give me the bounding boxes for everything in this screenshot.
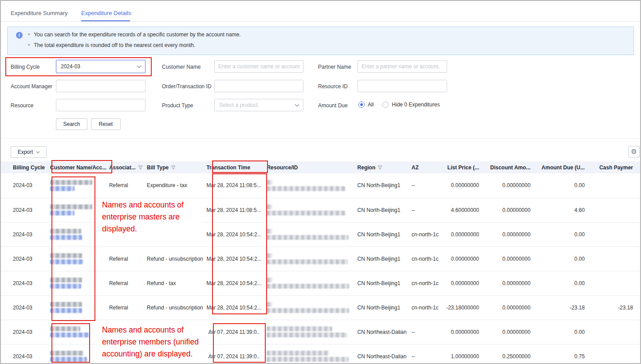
section-divider (1, 138, 640, 139)
customer-name-cell (48, 247, 107, 271)
masked-customer-account-link[interactable] (50, 308, 82, 313)
masked-resource-name (267, 204, 272, 209)
radio-all-label: All (368, 102, 374, 108)
gear-icon: ⚙ (631, 148, 637, 156)
partner-name-input[interactable] (358, 60, 447, 73)
discount-amount-cell: 0.00000000 (488, 173, 539, 198)
masked-customer-account-link[interactable] (50, 357, 87, 362)
amount-due-cell: 0.00 (539, 271, 594, 295)
column-header-label: Bill Type (147, 164, 169, 171)
masked-resource-name (267, 253, 272, 258)
region-cell: CN North-Beijing1 (355, 247, 409, 271)
bill-type-cell: Refund - tax (145, 271, 204, 295)
filter-icon[interactable] (378, 165, 382, 170)
table-row: 2024-03Expenditure - purchaseMar 28, 202… (1, 198, 641, 222)
masked-resource-id (267, 211, 346, 215)
discount-amount-cell: 0.00000000 (488, 222, 539, 247)
radio-all[interactable] (358, 102, 365, 108)
az-cell: -- (409, 173, 444, 198)
amount-due-label: Amount Due (318, 102, 348, 109)
column-header: Billing Cycle (1, 161, 48, 173)
transaction-time-cell: Mar 28, 2024 10:54:2... (204, 271, 265, 295)
customer-name-cell (48, 271, 107, 295)
resource-id-cell (264, 295, 355, 320)
column-settings-button[interactable]: ⚙ (628, 146, 640, 157)
export-button[interactable]: Export (11, 146, 47, 158)
region-cell: CN North-Beijing1 (355, 295, 409, 320)
az-cell: cn-north-1c (409, 247, 444, 271)
table-row: 2024-03Mar 28, 2024 10:54:2...CN North-B… (1, 222, 641, 247)
billing-cycle-cell: 2024-03 (1, 295, 48, 320)
list-price-cell: 0.00000000 (444, 173, 488, 198)
masked-customer-name (50, 326, 80, 331)
resource-id-input[interactable] (358, 80, 447, 92)
billing-cycle-cell: 2024-03 (1, 222, 48, 247)
masked-customer-account-link[interactable] (50, 284, 81, 289)
amount-due-cell: 0.00 (539, 320, 594, 344)
masked-customer-account-link[interactable] (50, 235, 82, 240)
masked-customer-account-link[interactable] (50, 186, 75, 191)
banner-line: •The total expenditure is rounded off to… (28, 40, 195, 51)
filter-icon[interactable] (171, 165, 176, 170)
table-row: 2024-03ReferralRefund - taxMar 28, 2024 … (1, 271, 641, 295)
table-row: 2024-03ReferralRefund - unsubscriptionMa… (1, 247, 641, 271)
billing-cycle-cell: 2024-03 (1, 320, 48, 344)
cash-payment-cell (594, 271, 641, 295)
bill-type-cell: Refund - unsubscription (145, 295, 204, 320)
az-cell: -- (409, 344, 444, 364)
resource-id-cell (264, 247, 355, 271)
column-header-label: Amount Due (U... (542, 164, 585, 171)
expenditure-table: Billing CycleCustomer Name/Acc...Associa… (1, 161, 641, 364)
radio-hide-zero[interactable] (382, 102, 389, 108)
amount-due-cell: 0.75 (539, 344, 594, 364)
customer-name-input[interactable] (214, 60, 303, 73)
filter-icon[interactable] (138, 165, 143, 170)
product-type-select[interactable]: Select a product. (214, 99, 303, 111)
account-manager-input[interactable] (56, 80, 146, 92)
resource-id-cell (264, 222, 355, 247)
tab-expenditure-summary[interactable]: Expenditure Summary (11, 10, 68, 16)
bill-type-cell: Refund - unsubscription (145, 247, 204, 271)
region-cell: CN Northeast-Dalian (355, 320, 409, 344)
resource-id-cell (264, 320, 355, 344)
search-button[interactable]: Search (56, 118, 87, 130)
chevron-down-icon (295, 102, 299, 106)
column-header-label: Customer Name/Acc... (50, 164, 106, 171)
resource-id-label: Resource ID (318, 83, 348, 90)
reset-button[interactable]: Reset (91, 118, 121, 130)
transaction-time-cell: Mar 28, 2024 11:08:5... (204, 173, 265, 198)
column-header: Discount Amo... (488, 161, 539, 173)
masked-resource-name (267, 180, 272, 185)
column-header-label: Resource/ID (267, 164, 298, 171)
billing-cycle-value: 2024-03 (61, 63, 80, 70)
cash-payment-cell (594, 344, 641, 364)
amount-due-cell: 0.00 (539, 247, 594, 271)
cash-payment-cell (594, 247, 641, 271)
radio-hide-zero-label: Hide 0 Expenditures (392, 102, 440, 108)
masked-customer-account-link[interactable] (50, 211, 75, 215)
billing-cycle-cell: 2024-03 (1, 173, 48, 198)
transaction-time-cell: Mar 28, 2024 10:54:2... (204, 295, 265, 320)
association-type-cell: Referral (107, 271, 145, 295)
banner-line: •You can search for the expenditure reco… (28, 29, 241, 40)
column-header-label: List Price (... (448, 164, 479, 171)
list-price-cell: 0.00000000 (444, 222, 488, 247)
billing-cycle-select[interactable]: 2024-03 (56, 60, 146, 73)
masked-customer-name (50, 229, 81, 234)
region-cell: CN North-Beijing1 (355, 271, 409, 295)
amount-due-cell: 0.00 (539, 222, 594, 247)
az-cell: cn-north-1c (409, 222, 444, 247)
masked-customer-account-link[interactable] (50, 333, 89, 337)
table-row: 2024-03Mar 07, 2024 11:39:0..CN Northeas… (1, 320, 641, 344)
billing-cycle-cell: 2024-03 (1, 247, 48, 271)
customer-name-cell (48, 198, 107, 222)
masked-customer-account-link[interactable] (50, 259, 83, 264)
column-header-label: Cash Paymer (599, 164, 633, 171)
order-transaction-id-input[interactable] (214, 80, 303, 92)
discount-amount-cell: 0.00000000 (488, 247, 539, 271)
resource-input[interactable] (56, 99, 146, 111)
info-icon: i (16, 32, 23, 39)
masked-resource-id (267, 357, 349, 362)
column-header-label: AZ (412, 164, 419, 171)
tab-expenditure-details[interactable]: Expenditure Details (81, 10, 131, 16)
